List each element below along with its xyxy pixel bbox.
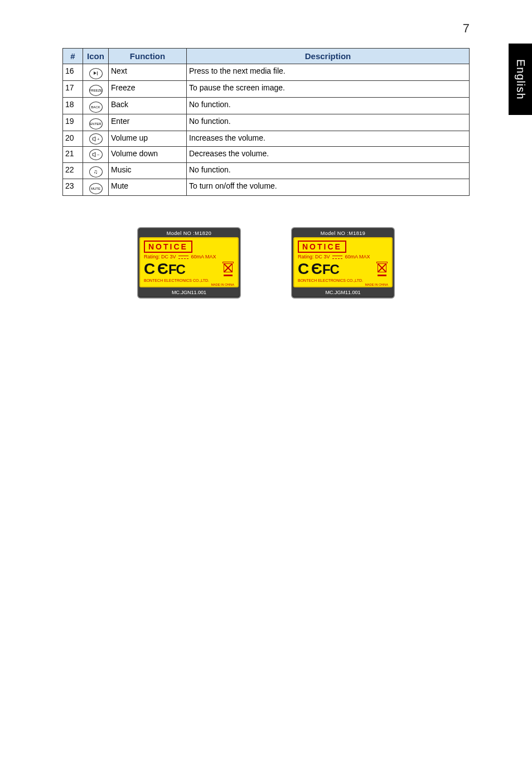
cell-icon: − (83, 147, 109, 163)
table-row: 21 − Volume down Decreases the volume. (63, 147, 470, 163)
manufacturer-line: BONTECH ELECTRONICS CO.,LTD. MADE IN CHI… (141, 278, 238, 286)
enter-icon: ENTER (89, 118, 103, 129)
cell-icon: + (83, 131, 109, 147)
cell-desc: No function. (187, 114, 470, 131)
vol-down-icon: − (89, 149, 103, 160)
notice-badge: NOTICE (298, 241, 346, 253)
cell-num: 20 (63, 131, 83, 147)
table-row: 17 FREEZE Freeze To pause the screen ima… (63, 80, 470, 97)
table-row: 18 BACK Back No function. (63, 97, 470, 114)
cell-desc: Press to the next media file. (187, 64, 470, 81)
mfr-name: BONTECH ELECTRONICS CO.,LTD. (298, 278, 363, 282)
header-func: Function (109, 49, 187, 64)
cell-desc: To pause the screen image. (187, 80, 470, 97)
table-row: 16 Next Press to the next media file. (63, 64, 470, 81)
cell-num: 16 (63, 64, 83, 81)
fc-mark-icon: FC (168, 263, 185, 276)
made-in: MADE IN CHINA (298, 283, 388, 286)
table-row: 22 ♫ Music No function. (63, 163, 470, 179)
cell-desc: Decreases the volume. (187, 147, 470, 163)
cell-icon (83, 64, 109, 81)
function-table: # Icon Function Description 16 Next Pres… (62, 48, 470, 196)
language-tab-label: English (514, 59, 527, 100)
made-in: MADE IN CHINA (144, 283, 234, 286)
cell-func: Volume down (109, 147, 187, 163)
compliance-labels-row: Model NO :M1820 NOTICE Rating: DC 3V 60m… (62, 227, 470, 299)
cell-icon: ♫ (83, 163, 109, 179)
part-code-strip: MC.JGN11.001 (139, 289, 239, 296)
cell-num: 21 (63, 147, 83, 163)
ce-fc-marks: C Є FC (144, 261, 185, 277)
cell-desc: No function. (187, 163, 470, 179)
page-number: 7 (463, 21, 470, 36)
next-icon (89, 68, 103, 79)
fc-mark-icon: FC (322, 263, 339, 276)
rating-post: 60mA MAX (191, 254, 216, 260)
part-code-strip: MC.JGM11.001 (293, 289, 393, 296)
language-tab: English (509, 44, 532, 115)
model-strip: Model NO :M1819 (293, 229, 393, 237)
mute-icon: MUTE (89, 183, 103, 194)
header-icon: Icon (83, 49, 109, 64)
cell-num: 22 (63, 163, 83, 179)
cell-icon: ENTER (83, 114, 109, 131)
cell-func: Enter (109, 114, 187, 131)
cell-func: Volume up (109, 131, 187, 147)
mfr-name: BONTECH ELECTRONICS CO.,LTD. (144, 278, 209, 282)
rating-pre: Rating: DC 3V (144, 254, 176, 260)
compliance-label: Model NO :M1819 NOTICE Rating: DC 3V 60m… (291, 227, 395, 299)
compliance-label: Model NO :M1820 NOTICE Rating: DC 3V 60m… (137, 227, 241, 299)
cell-num: 19 (63, 114, 83, 131)
cell-func: Back (109, 97, 187, 114)
ce-fc-marks: C Є FC (298, 261, 339, 277)
cell-num: 23 (63, 179, 83, 196)
freeze-icon: FREEZE (89, 85, 103, 96)
plate-inner: NOTICE Rating: DC 3V 60mA MAX C Є FC BON… (139, 237, 239, 287)
cell-desc: No function. (187, 97, 470, 114)
dc-symbol-icon (178, 255, 188, 260)
cert-row: C Є FC (294, 261, 391, 278)
cell-desc: Increases the volume. (187, 131, 470, 147)
cell-icon: MUTE (83, 179, 109, 196)
table-row: 20 + Volume up Increases the volume. (63, 131, 470, 147)
cell-func: Music (109, 163, 187, 179)
table-row: 19 ENTER Enter No function. (63, 114, 470, 131)
weee-bin-icon (376, 262, 388, 276)
cell-func: Next (109, 64, 187, 81)
cell-icon: BACK (83, 97, 109, 114)
cell-num: 18 (63, 97, 83, 114)
rating-pre: Rating: DC 3V (298, 254, 330, 260)
manufacturer-line: BONTECH ELECTRONICS CO.,LTD. MADE IN CHI… (294, 278, 391, 286)
music-icon: ♫ (89, 166, 103, 177)
cell-desc: To turn on/off the volume. (187, 179, 470, 196)
table-row: 23 MUTE Mute To turn on/off the volume. (63, 179, 470, 196)
rating-post: 60mA MAX (345, 254, 370, 260)
svg-text:−: − (97, 152, 100, 157)
cell-func: Mute (109, 179, 187, 196)
dc-symbol-icon (332, 255, 342, 260)
header-desc: Description (187, 49, 470, 64)
model-strip: Model NO :M1820 (139, 229, 239, 237)
cell-func: Freeze (109, 80, 187, 97)
cell-num: 17 (63, 80, 83, 97)
back-icon: BACK (89, 102, 103, 113)
cert-row: C Є FC (141, 261, 238, 278)
weee-bin-icon (222, 262, 234, 276)
cell-icon: FREEZE (83, 80, 109, 97)
plate-inner: NOTICE Rating: DC 3V 60mA MAX C Є FC BON… (293, 237, 393, 287)
ce-mark-icon: C Є (144, 261, 167, 277)
vol-up-icon: + (89, 133, 103, 145)
header-num: # (63, 49, 83, 64)
svg-text:+: + (97, 137, 100, 142)
notice-badge: NOTICE (144, 241, 192, 253)
main-content: # Icon Function Description 16 Next Pres… (62, 48, 470, 299)
ce-mark-icon: C Є (298, 261, 321, 277)
